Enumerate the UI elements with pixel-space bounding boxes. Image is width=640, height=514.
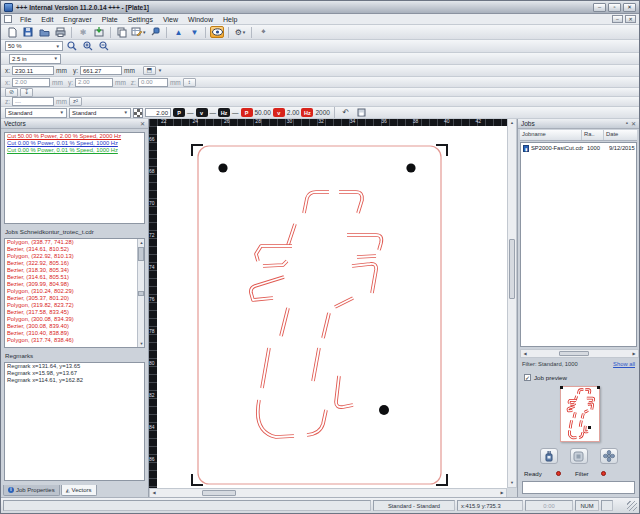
size-x-field[interactable]: 2.00 [12, 78, 50, 87]
tab-vectors[interactable]: ◭ Vectors [61, 485, 97, 496]
scroll-left-icon[interactable]: ◀ [150, 489, 158, 497]
column-jobname[interactable]: Jobname [520, 130, 582, 140]
vector-list-item[interactable]: Polygon, (319.82, 823.72) [5, 302, 144, 309]
save-icon[interactable] [21, 26, 35, 38]
menu-file[interactable]: File [15, 16, 36, 23]
new-document-icon[interactable] [5, 26, 19, 38]
job-row[interactable]: ▮ SP2000-FastCut.cdr 1000 9/12/2015 [521, 143, 636, 153]
cut-parameter-row[interactable]: Cut 50.00 % Power, 2.00 % Speed, 2000 Hz [5, 133, 144, 140]
menu-edit[interactable]: Edit [36, 16, 58, 23]
z-field[interactable]: --- [12, 97, 54, 106]
canvas-vertical-scrollbar[interactable]: ▲ ▼ [507, 118, 517, 488]
position-mode-icon[interactable]: ⬒ [143, 66, 156, 75]
menu-help[interactable]: Help [218, 16, 242, 23]
size-z-field[interactable]: 0.00 [138, 78, 168, 87]
import-icon[interactable] [92, 26, 106, 38]
vector-list-item[interactable]: Bezier, (305.37, 801.20) [5, 295, 144, 302]
vector-list-item[interactable]: Bezier, (314.61, 810.52) [5, 246, 144, 253]
copy-icon[interactable] [115, 26, 129, 38]
preview-eye-icon[interactable] [210, 26, 224, 38]
gear-icon[interactable]: ⚙▼ [233, 26, 247, 38]
column-date[interactable]: Date [604, 130, 637, 140]
cut-parameters-list[interactable]: Cut 50.00 % Power, 2.00 % Speed, 2000 Hz… [4, 132, 145, 224]
vector-scroll-thumb[interactable] [138, 247, 144, 261]
scroll-up-icon[interactable]: ▲ [508, 119, 516, 127]
scroll-right-icon[interactable]: ▶ [498, 489, 506, 497]
document-icon[interactable] [4, 15, 12, 23]
column-ra[interactable]: Ra.. [582, 130, 604, 140]
mdi-minimize-button[interactable]: – [612, 15, 623, 23]
vector-list-item[interactable]: Polygon, (317.74, 838.46) [5, 337, 144, 344]
stop-button[interactable] [570, 448, 588, 464]
checkbox-checked-icon[interactable]: ✓ [524, 374, 531, 381]
menu-window[interactable]: Window [183, 16, 218, 23]
cut-parameter-row[interactable]: Cut 0.00 % Power, 0.01 % Speed, 1000 Hz [5, 147, 144, 154]
connect-icon[interactable] [148, 26, 162, 38]
thickness-field[interactable]: 2.00 [145, 108, 171, 117]
vector-list-item[interactable]: Polygon, (310.24, 802.29) [5, 288, 144, 295]
edit-table-icon[interactable]: ▼ [131, 26, 146, 38]
close-button[interactable]: ✕ [623, 3, 636, 12]
canvas-hscroll-thumb[interactable] [202, 490, 236, 496]
mdi-close-button[interactable]: ✕ [625, 15, 636, 23]
usb-button[interactable] [540, 448, 558, 464]
menu-plate[interactable]: Plate [97, 16, 123, 23]
regmark-item[interactable]: Regmark x=15.98, y=13.67 [5, 370, 144, 377]
canvas-vscroll-thumb[interactable] [509, 239, 515, 299]
vector-list[interactable]: Polygon, (338.77, 741.28)Bezier, (314.61… [4, 238, 145, 348]
menu-engraver[interactable]: Engraver [58, 16, 96, 23]
cut-parameter-row[interactable]: Cut 0.00 % Power, 0.01 % Speed, 1000 Hz [5, 140, 144, 147]
asterisk-icon[interactable]: ✱ [76, 26, 90, 38]
menu-settings[interactable]: Settings [123, 16, 158, 23]
pin-icon[interactable]: ▪ [626, 120, 628, 126]
zoom-level-select[interactable]: 50 % ▼ [5, 41, 63, 51]
zoom-in-icon[interactable] [81, 40, 95, 52]
lens-select[interactable]: 2.5 in ▼ [9, 54, 61, 64]
material-preset-select[interactable]: Standard▼ [5, 108, 67, 118]
minimize-button[interactable]: – [593, 3, 606, 12]
material-color-swatch[interactable] [133, 108, 143, 118]
print-icon[interactable] [53, 26, 67, 38]
vectors-close-icon[interactable]: ✕ [140, 120, 145, 127]
plate-canvas[interactable] [157, 126, 507, 488]
resize-icon[interactable]: ↕ [183, 78, 196, 87]
regmark-item[interactable]: Regmark x=131.64, y=13.65 [5, 363, 144, 370]
vector-list-item[interactable]: Polygon, (338.77, 741.28) [5, 239, 144, 246]
send-down-icon[interactable]: ↧ [20, 88, 33, 97]
vector-list-item[interactable]: Bezier, (309.99, 804.98) [5, 281, 144, 288]
save-params-icon[interactable] [355, 107, 369, 119]
vector-list-item[interactable]: Polygon, (322.92, 810.13) [5, 253, 144, 260]
vector-list-scrollbar[interactable]: ▲ ▼ [137, 239, 144, 347]
regmarks-list[interactable]: Regmark x=131.64, y=13.65Regmark x=15.98… [4, 362, 145, 481]
vector-list-item[interactable]: Bezier, (314.61, 805.51) [5, 274, 144, 281]
material-process-select[interactable]: Standard▼ [69, 108, 131, 118]
vector-list-item[interactable]: Bezier, (322.92, 805.16) [5, 260, 144, 267]
scroll-down-icon[interactable]: ▼ [138, 340, 145, 347]
undo-icon[interactable]: ↶ [339, 107, 353, 119]
menu-view[interactable]: View [158, 16, 183, 23]
scroll-left-icon[interactable]: ◀ [521, 350, 529, 358]
scroll-up-icon[interactable]: ▲ [138, 239, 145, 246]
pos-x-field[interactable]: 230.11 [12, 66, 54, 75]
vector-list-item[interactable]: Bezier, (317.58, 833.45) [5, 309, 144, 316]
jobs-hscroll-thumb[interactable] [559, 351, 589, 356]
target-icon[interactable]: ⌖ [256, 26, 270, 38]
move-up-icon[interactable]: ▲ [171, 26, 185, 38]
size-y-field[interactable]: 2.00 [75, 78, 113, 87]
move-down-icon[interactable]: ▼ [187, 26, 201, 38]
resize-grip[interactable] [627, 501, 637, 511]
tab-job-properties[interactable]: i Job Properties [3, 485, 60, 496]
maximize-button[interactable]: ▫ [608, 3, 621, 12]
jobs-close-icon[interactable]: ✕ [631, 120, 636, 127]
scroll-down-icon[interactable]: ▼ [508, 479, 516, 487]
plate-outline[interactable] [198, 146, 441, 484]
z-square-icon[interactable]: z² [69, 97, 82, 106]
job-preview-thumbnail[interactable] [560, 386, 600, 442]
zoom-out-icon[interactable] [97, 40, 111, 52]
jobs-list[interactable]: ▮ SP2000-FastCut.cdr 1000 9/12/2015 [520, 142, 637, 347]
zoom-icon[interactable] [65, 40, 79, 52]
vector-list-item[interactable]: Bezier, (300.08, 839.40) [5, 323, 144, 330]
position-mode-caret-icon[interactable]: ▼ [158, 68, 162, 73]
rotate-icon[interactable]: ⊘ [5, 88, 18, 97]
show-all-link[interactable]: Show all [613, 361, 637, 367]
